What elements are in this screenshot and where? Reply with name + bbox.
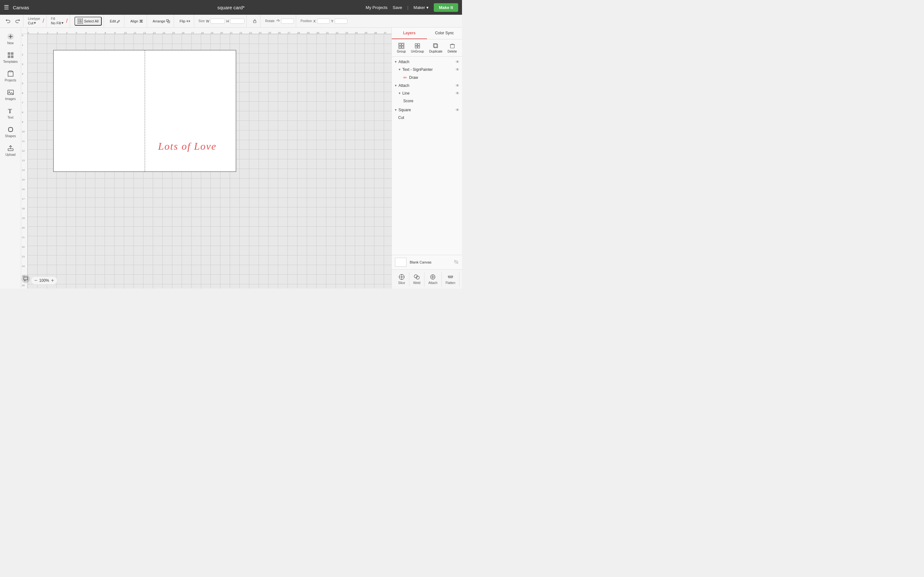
svg-rect-29	[418, 44, 420, 45]
bottom-item-slice[interactable]: Slice	[394, 272, 409, 287]
svg-rect-4	[140, 21, 142, 21]
select-all-button[interactable]: Select All	[74, 17, 102, 26]
group-button[interactable]: Group	[396, 42, 407, 54]
duplicate-label: Duplicate	[429, 50, 443, 53]
bottom-item-contour[interactable]: Contour	[459, 272, 462, 287]
chevron-down-icon: ▾	[34, 21, 36, 25]
layer-draw[interactable]: ✏ Draw	[392, 73, 462, 82]
my-projects-link[interactable]: My Projects	[366, 5, 388, 10]
design-card[interactable]: Lots of Love	[53, 50, 236, 172]
layer-attach-2[interactable]: ▼ Attach 👁	[392, 82, 462, 89]
sidebar-item-images[interactable]: Images	[1, 86, 20, 103]
eye-icon[interactable]: 👁	[456, 91, 459, 95]
layer-text-signpainter[interactable]: ▼ Text - SignPainter 👁	[392, 66, 462, 73]
nav-divider: |	[407, 5, 408, 10]
x-input[interactable]	[317, 19, 330, 24]
layer-score[interactable]: Score	[392, 97, 462, 105]
tab-color-sync[interactable]: Color Sync	[427, 27, 462, 39]
bottom-item-attach[interactable]: Attach	[425, 272, 441, 287]
chevron-icon: ▼	[394, 108, 397, 111]
tab-layers[interactable]: Layers	[392, 27, 427, 39]
zoom-value: 100%	[39, 278, 49, 283]
ruler-v-16: 16	[22, 188, 25, 191]
ruler-mark-10: 10	[124, 31, 127, 34]
delete-button[interactable]: Delete	[446, 42, 458, 54]
lock-button[interactable]	[251, 18, 258, 24]
ruler-top: 0 1 2 3 4 5 6 7 8 9 10 11 12 13 14 15 16…	[27, 27, 391, 34]
chat-bubble[interactable]	[21, 274, 30, 285]
zoom-in-button[interactable]: +	[51, 278, 54, 283]
ruler-v-14: 14	[22, 169, 25, 171]
blank-canvas-eye-icon[interactable]	[454, 259, 459, 266]
ruler-mark-33: 33	[345, 31, 348, 34]
sidebar-item-text-label: Text	[7, 116, 13, 119]
sidebar-item-shapes[interactable]: Shapes	[1, 123, 20, 140]
layer-line[interactable]: ▼ Line 👁	[392, 89, 462, 97]
rotate-group: Rotate	[263, 15, 296, 27]
duplicate-button[interactable]: Duplicate	[428, 42, 444, 54]
grid-canvas[interactable]: Lots of Love	[27, 34, 391, 288]
ruler-mark-21: 21	[230, 31, 233, 34]
svg-text:T: T	[8, 108, 12, 114]
ruler-v-1: 1	[22, 44, 23, 47]
linetype-select[interactable]: Cut ▾	[28, 21, 40, 25]
ungroup-label: UnGroup	[411, 50, 424, 53]
top-nav: ☰ Canvas square card* My Projects Save |…	[0, 0, 462, 15]
eye-icon[interactable]: 👁	[456, 67, 459, 72]
save-button[interactable]: Save	[393, 5, 402, 10]
svg-rect-43	[448, 277, 453, 278]
undo-button[interactable]	[5, 18, 12, 24]
canvas-area[interactable]: 0 1 2 3 4 5 6 7 8 9 10 11 12 13 14 15 16…	[21, 27, 391, 288]
redo-button[interactable]	[13, 18, 21, 24]
slice-label: Slice	[398, 281, 405, 285]
ruler-mark-30: 30	[317, 31, 319, 34]
svg-rect-42	[448, 276, 453, 277]
height-input[interactable]	[230, 19, 244, 24]
bottom-panel: Slice Weld Attach Flatten Contour	[392, 269, 462, 288]
layer-score-label: Score	[403, 99, 413, 103]
fill-select[interactable]: No Fill ▾	[51, 21, 63, 25]
eye-icon[interactable]: 👁	[456, 108, 459, 112]
flip-button[interactable]: Flip	[178, 18, 192, 24]
select-all-group: Select All	[73, 15, 104, 27]
height-label: H	[226, 19, 229, 23]
ruler-v-17: 17	[22, 197, 25, 200]
rotate-input[interactable]	[281, 19, 294, 24]
layer-square[interactable]: ▼ Square 👁	[392, 106, 462, 114]
chevron-down-icon: ▾	[426, 5, 429, 10]
sidebar-item-new[interactable]: New	[1, 30, 20, 47]
ruler-v-21: 21	[22, 236, 25, 239]
maker-dropdown[interactable]: Maker ▾	[414, 5, 429, 10]
lock-group	[249, 15, 260, 27]
bottom-item-flatten[interactable]: Flatten	[442, 272, 460, 287]
select-all-icon	[78, 19, 83, 24]
y-input[interactable]	[334, 19, 347, 24]
ruler-mark-14: 14	[162, 31, 165, 34]
sidebar-item-projects[interactable]: Projects	[1, 67, 20, 85]
ruler-v-11: 11	[22, 140, 25, 143]
sidebar-item-text[interactable]: T Text	[1, 105, 20, 122]
ruler-v-3: 3	[22, 63, 23, 66]
ungroup-button[interactable]: UnGroup	[410, 42, 425, 54]
hamburger-icon[interactable]: ☰	[4, 4, 9, 11]
arrange-button[interactable]: Arrange	[152, 18, 172, 24]
bottom-item-weld[interactable]: Weld	[409, 272, 425, 287]
ruler-mark-29: 29	[307, 31, 310, 34]
card-text: Lots of Love	[158, 140, 216, 152]
align-button[interactable]: Align	[129, 18, 144, 24]
layer-cut[interactable]: Cut	[392, 114, 462, 121]
chevron-icon: ▼	[394, 84, 397, 87]
layer-attach-1[interactable]: ▼ Attach 👁	[392, 58, 462, 66]
sidebar-item-upload[interactable]: Upload	[1, 142, 20, 159]
svg-rect-7	[168, 21, 170, 23]
ruler-v-5: 5	[22, 82, 23, 85]
make-it-button[interactable]: Make It	[434, 3, 458, 12]
zoom-out-button[interactable]: −	[34, 278, 37, 283]
width-input[interactable]	[210, 19, 225, 24]
svg-rect-24	[402, 44, 404, 45]
fold-line	[145, 50, 145, 171]
sidebar-item-templates[interactable]: Templates	[1, 49, 20, 66]
eye-icon[interactable]: 👁	[456, 83, 459, 88]
eye-icon[interactable]: 👁	[456, 60, 459, 64]
edit-button[interactable]: Edit	[108, 18, 122, 24]
